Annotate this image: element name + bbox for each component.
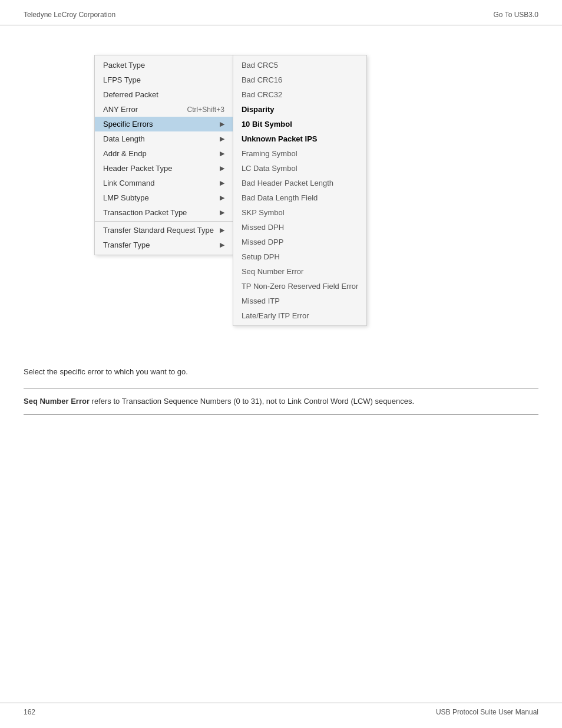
footer-left: 162 [24, 708, 35, 716]
right-menu: Bad CRC5Bad CRC16Bad CRC32Disparity10 Bi… [233, 55, 367, 326]
right-menu-item-bad-data-length-field[interactable]: Bad Data Length Field [233, 190, 366, 205]
right-menu-item-bad-header-packet-length[interactable]: Bad Header Packet Length [233, 176, 366, 190]
submenu-arrow-icon: ▶ [220, 120, 224, 128]
menu-item-shortcut: Ctrl+Shift+3 [187, 106, 224, 114]
left-menu-item-addr-endp[interactable]: Addr & Endp▶ [95, 146, 233, 161]
note-bold: Seq Number Error [24, 397, 90, 406]
menu-item-label: Packet Type [103, 61, 145, 70]
menu-item-label: Transfer Standard Request Type [103, 226, 214, 235]
menu-item-label: Data Length [103, 134, 145, 143]
right-menu-item-label: Seq Number Error [242, 267, 303, 276]
submenu-arrow-icon: ▶ [220, 164, 224, 172]
right-menu-item-tp-non-zero-reserved[interactable]: TP Non-Zero Reserved Field Error [233, 279, 366, 294]
left-menu-item-specific-errors[interactable]: Specific Errors▶ [95, 117, 233, 131]
submenu-arrow-icon: ▶ [220, 209, 224, 216]
right-menu-item-label: TP Non-Zero Reserved Field Error [242, 282, 358, 291]
submenu-arrow-icon: ▶ [220, 150, 224, 157]
right-menu-item-label: SKP Symbol [242, 208, 285, 217]
left-menu-item-transfer-type[interactable]: Transfer Type▶ [95, 238, 233, 252]
submenu-arrow-icon: ▶ [220, 179, 224, 187]
left-menu: Packet TypeLFPS TypeDeferred PacketANY E… [94, 55, 233, 255]
page-content: Packet TypeLFPS TypeDeferred PacketANY E… [0, 25, 562, 361]
page-header: Teledyne LeCroy Corporation Go To USB3.0 [0, 0, 562, 25]
left-menu-item-deferred-packet[interactable]: Deferred Packet [95, 87, 233, 102]
header-left: Teledyne LeCroy Corporation [24, 11, 115, 19]
submenu-arrow-icon: ▶ [220, 135, 224, 143]
submenu-arrow-icon: ▶ [220, 241, 224, 249]
menu-item-label: ANY Error [103, 105, 138, 114]
info-text-content: Select the specific error to which you w… [24, 367, 188, 376]
right-menu-item-bad-crc16[interactable]: Bad CRC16 [233, 73, 366, 87]
left-menu-item-transaction-packet-type[interactable]: Transaction Packet Type▶ [95, 205, 233, 220]
right-menu-item-seq-number-error[interactable]: Seq Number Error [233, 264, 366, 279]
right-menu-item-label: Setup DPH [242, 252, 280, 261]
right-menu-item-skp-symbol[interactable]: SKP Symbol [233, 205, 366, 220]
right-menu-item-label: Late/Early ITP Error [242, 311, 309, 320]
right-menu-item-label: LC Data Symbol [242, 164, 297, 173]
right-menu-item-10-bit-symbol[interactable]: 10 Bit Symbol [233, 117, 366, 131]
menu-item-label: Specific Errors [103, 120, 153, 129]
right-menu-item-label: Bad CRC5 [242, 61, 278, 70]
right-menu-item-label: Bad Data Length Field [242, 193, 318, 202]
left-menu-item-lfps-type[interactable]: LFPS Type [95, 73, 233, 87]
right-menu-item-lc-data-symbol[interactable]: LC Data Symbol [233, 161, 366, 176]
left-menu-item-link-command[interactable]: Link Command▶ [95, 176, 233, 190]
menu-item-label: Transfer Type [103, 241, 150, 249]
right-menu-item-bad-crc5[interactable]: Bad CRC5 [233, 58, 366, 73]
note-rest: refers to Transaction Sequence Numbers (… [90, 397, 414, 406]
left-menu-item-packet-type[interactable]: Packet Type [95, 58, 233, 73]
right-menu-item-label: Unknown Packet IPS [242, 134, 318, 143]
left-menu-item-header-packet-type[interactable]: Header Packet Type▶ [95, 161, 233, 176]
footer-right: USB Protocol Suite User Manual [436, 708, 538, 716]
right-menu-item-label: Missed DPH [242, 223, 284, 232]
header-right: Go To USB3.0 [494, 11, 539, 19]
right-menu-item-missed-itp[interactable]: Missed ITP [233, 294, 366, 308]
menu-separator [95, 221, 233, 222]
right-menu-item-label: Framing Symbol [242, 149, 297, 158]
right-menu-item-label: Bad CRC32 [242, 90, 282, 99]
left-menu-item-transfer-standard-request-type[interactable]: Transfer Standard Request Type▶ [95, 223, 233, 238]
left-menu-item-lmp-subtype[interactable]: LMP Subtype▶ [95, 190, 233, 205]
right-menu-item-bad-crc32[interactable]: Bad CRC32 [233, 87, 366, 102]
page-footer: 162 USB Protocol Suite User Manual [0, 703, 562, 716]
submenu-arrow-icon: ▶ [220, 226, 224, 234]
menu-item-label: Deferred Packet [103, 90, 158, 99]
menu-item-label: Addr & Endp [103, 149, 147, 158]
right-menu-item-late-early-itp-error[interactable]: Late/Early ITP Error [233, 308, 366, 323]
right-menu-item-missed-dpp[interactable]: Missed DPP [233, 235, 366, 249]
right-menu-item-framing-symbol[interactable]: Framing Symbol [233, 146, 366, 161]
right-menu-item-unknown-packet-ips[interactable]: Unknown Packet IPS [233, 131, 366, 146]
menu-item-label: Header Packet Type [103, 164, 173, 173]
note-text: Seq Number Error refers to Transaction S… [24, 396, 538, 407]
menu-item-label: Transaction Packet Type [103, 208, 187, 217]
note-box: Seq Number Error refers to Transaction S… [24, 388, 538, 415]
left-menu-item-data-length[interactable]: Data Length▶ [95, 131, 233, 146]
right-menu-item-label: Missed ITP [242, 297, 280, 305]
right-menu-item-disparity[interactable]: Disparity [233, 102, 366, 117]
right-menu-item-setup-dph[interactable]: Setup DPH [233, 249, 366, 264]
right-menu-item-label: Bad CRC16 [242, 75, 282, 84]
right-menu-item-label: Disparity [242, 105, 275, 114]
info-text: Select the specific error to which you w… [24, 367, 538, 376]
left-menu-item-any-error[interactable]: ANY ErrorCtrl+Shift+3 [95, 102, 233, 117]
menu-item-label: LMP Subtype [103, 193, 149, 202]
right-menu-item-label: Bad Header Packet Length [242, 179, 333, 187]
menu-area: Packet TypeLFPS TypeDeferred PacketANY E… [94, 55, 538, 326]
submenu-arrow-icon: ▶ [220, 194, 224, 202]
menu-item-label: LFPS Type [103, 75, 141, 84]
right-menu-item-missed-dph[interactable]: Missed DPH [233, 220, 366, 235]
right-menu-item-label: 10 Bit Symbol [242, 120, 292, 129]
right-menu-item-label: Missed DPP [242, 238, 284, 246]
menu-item-label: Link Command [103, 179, 154, 187]
